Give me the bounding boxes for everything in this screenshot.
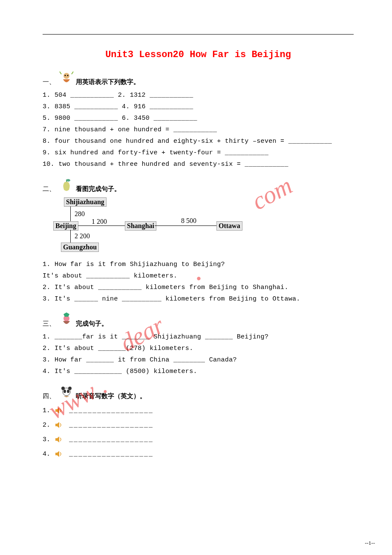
svg-point-6	[61, 387, 65, 390]
section-3-title: 完成句子。	[76, 320, 108, 328]
section-2-num: 二、	[43, 185, 55, 193]
s1-line-6: 9. six hundred and forty-five + twenty-f…	[43, 147, 354, 159]
section-1-head: 一、 用英语表示下列数字。	[43, 71, 354, 86]
s1-line-7: 10. two thousand + three hundred and sev…	[43, 159, 354, 170]
num-280: 280	[75, 210, 85, 218]
listen-num-3: 3.	[43, 436, 55, 443]
svg-point-3	[66, 179, 70, 182]
listen-blank-3: __________________	[69, 436, 153, 443]
s1-line-1: 1. 504 ___________ 2. 1312 ___________	[43, 90, 354, 101]
s2-line-2: It's about ___________ kilometers.	[43, 270, 354, 282]
s1-line-4: 7. nine thousand + one hundred = _______…	[43, 124, 354, 136]
section-4-head: 四、 听录音写数字（英文）。	[43, 385, 354, 400]
city-ottawa: Ottawa	[216, 221, 242, 231]
line-sh-ot	[155, 225, 216, 226]
section-4-title: 听录音写数字（英文）。	[76, 392, 146, 400]
s1-line-3: 5. 9800 ___________ 6. 3450 ___________	[43, 113, 354, 124]
distance-diagram: Shijiazhuang 280 Beijing 1 200 Shanghai …	[53, 197, 236, 253]
svg-point-9	[67, 390, 69, 393]
page-title: Unit3 Lesson20 How Far is Beijing	[43, 49, 354, 60]
num-8500: 8 500	[181, 217, 196, 225]
svg-point-2	[67, 75, 69, 76]
svg-point-0	[63, 73, 69, 79]
num-1200: 1 200	[92, 218, 107, 225]
s1-line-5: 8. four thousand one hundred and eighty-…	[43, 136, 354, 147]
section-2-title: 看图完成句子。	[76, 185, 121, 193]
line-sjz-bj	[70, 206, 71, 223]
s3-line-4: 4. It's ____________ (8500) kilometers.	[43, 366, 354, 377]
line-bj-sh	[78, 225, 125, 226]
listen-blank-2: __________________	[69, 422, 153, 429]
fruit-icon	[59, 178, 74, 193]
section-2-head: 二、 看图完成句子。	[43, 178, 354, 193]
speaker-icon	[55, 435, 63, 444]
s2-line-1: 1. How far is it from Shijiazhuang to Be…	[43, 259, 354, 270]
num-2200: 2 200	[75, 232, 90, 240]
speaker-icon	[55, 406, 63, 415]
s3-line-1: 1. _______far is it _______ Shijiazhuang…	[43, 331, 354, 343]
city-shanghai: Shanghai	[125, 221, 156, 231]
s2-line-3: 2. It's about ___________ kilometers fro…	[43, 282, 354, 293]
gnome-icon	[59, 312, 74, 328]
character-icon	[59, 71, 74, 86]
s3-line-2: 2. It's about _______(278) kilometers.	[43, 343, 354, 354]
speaker-icon	[55, 450, 63, 458]
speaker-icon	[55, 421, 63, 429]
listen-num-2: 2.	[43, 422, 55, 429]
s2-line-4: 3. It's ______ nine __________ kilometer…	[43, 293, 354, 305]
page-number: --1--	[365, 540, 375, 546]
panda-icon	[59, 385, 74, 400]
listen-row-4: 4. __________________	[43, 450, 354, 458]
listen-row-2: 2. __________________	[43, 421, 354, 429]
svg-point-8	[63, 390, 66, 393]
svg-point-7	[68, 387, 72, 390]
listen-row-1: 1. __________________	[43, 406, 354, 415]
listen-blank-4: __________________	[69, 451, 153, 458]
line-bj-gz	[70, 230, 71, 243]
section-3-num: 三、	[43, 320, 55, 328]
listen-num-1: 1.	[43, 407, 55, 414]
listen-row-3: 3. __________________	[43, 435, 354, 444]
svg-point-1	[65, 75, 66, 76]
s1-line-2: 3. 8385 ___________ 4. 916 ___________	[43, 101, 354, 113]
s3-line-3: 3. How far _______ it from China _______…	[43, 354, 354, 366]
city-guangzhou: Guangzhou	[61, 243, 99, 252]
section-4-num: 四、	[43, 392, 55, 400]
listen-blank-1: __________________	[69, 407, 153, 414]
section-1-num: 一、	[43, 78, 55, 86]
city-beijing: Beijing	[53, 221, 78, 231]
top-rule	[43, 34, 354, 35]
listen-num-4: 4.	[43, 451, 55, 458]
city-shijiazhuang: Shijiazhuang	[64, 197, 107, 207]
section-1-title: 用英语表示下列数字。	[76, 78, 140, 86]
section-3-head: 三、 完成句子。	[43, 312, 354, 328]
